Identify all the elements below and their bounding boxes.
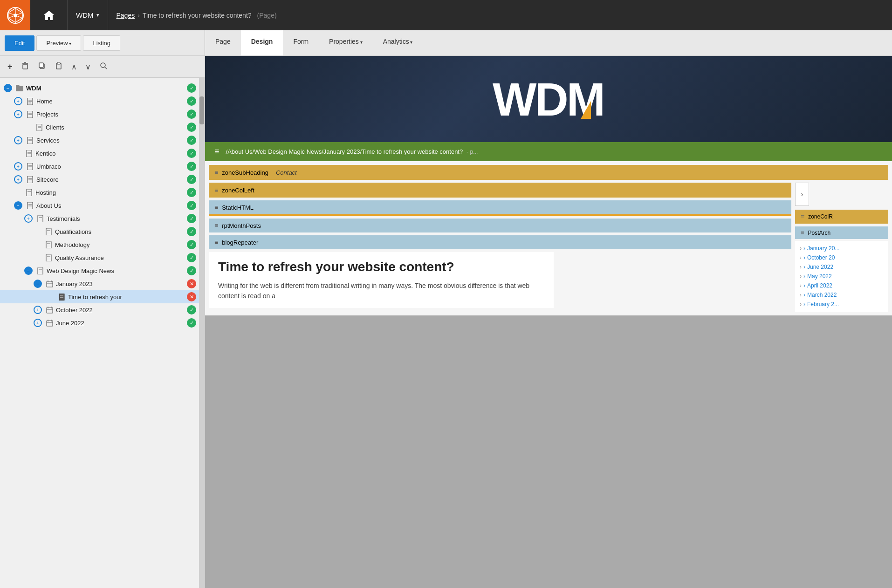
listing-tab[interactable]: Listing [83, 35, 120, 51]
breadcrumb-pages-link[interactable]: Pages [117, 12, 135, 19]
svg-line-13 [105, 67, 107, 69]
svg-rect-36 [27, 189, 32, 196]
rpt-month-handle: ≡ [214, 222, 218, 229]
static-html-label: StaticHTML [222, 204, 254, 211]
svg-rect-9 [39, 63, 43, 68]
tree-item-projects[interactable]: + Projects ✓ [0, 108, 199, 121]
status-services: ✓ [187, 136, 196, 145]
scroll-thumb[interactable] [199, 96, 204, 124]
tree-item-quality-assurance[interactable]: Quality Assurance ✓ [0, 251, 199, 264]
home-icon-area[interactable] [30, 0, 68, 30]
tree-label-methodology: Methodology [55, 241, 187, 248]
page-icon-clients [34, 123, 44, 132]
tree-label-kentico: Kentico [35, 150, 187, 157]
tree-toggle-home[interactable]: + [14, 97, 22, 105]
tree-toggle-jan-2023[interactable]: − [34, 280, 42, 288]
svg-rect-58 [47, 308, 53, 313]
page-icon-qualifications [44, 227, 53, 236]
tree-label-hosting: Hosting [35, 189, 187, 196]
status-qualifications: ✓ [187, 227, 196, 236]
tree-item-home[interactable]: + Home ✓ [0, 95, 199, 108]
tree-toggle-testimonials[interactable]: + [24, 214, 33, 223]
page-icon-about-us [25, 201, 34, 210]
tree-toggle-oct-2022[interactable]: + [34, 306, 42, 314]
tree-item-time-to-refresh[interactable]: Time to refresh your ✕ [0, 290, 199, 303]
search-button[interactable] [97, 61, 110, 73]
zone-col-right-handle: ≡ [801, 213, 804, 220]
tree-item-wdm[interactable]: − WDM ✓ [0, 82, 199, 95]
archive-item-may[interactable]: ›May 2022 [800, 272, 884, 281]
rpt-month-panel: ≡ rptMonthPosts [209, 219, 791, 232]
tree-label-qa: Quality Assurance [55, 254, 187, 261]
tree-label-jan-2023: January 2023 [56, 280, 187, 287]
tree-label-about-us: About Us [36, 202, 187, 209]
tree-item-clients[interactable]: Clients ✓ [0, 121, 199, 134]
tab-properties[interactable]: Properties [319, 30, 373, 55]
tree-item-kentico[interactable]: Kentico ✓ [0, 147, 199, 160]
tree-toggle-about-us[interactable]: − [14, 201, 22, 210]
add-button[interactable]: + [6, 61, 14, 73]
move-up-button[interactable]: ∧ [69, 62, 79, 72]
blog-repeater-panel: ≡ blogRepeater [209, 235, 791, 249]
tree-item-testimonials[interactable]: + Testimonials ✓ [0, 212, 199, 225]
tree-label-clients: Clients [46, 124, 187, 131]
page-icon-home [25, 96, 34, 106]
tree-toggle-wdm-news[interactable]: − [24, 267, 33, 275]
tab-page[interactable]: Page [205, 30, 241, 55]
tree-item-jun-2022[interactable]: + June 2022 ✓ [0, 316, 199, 329]
collapse-right-button[interactable]: › [795, 183, 809, 206]
status-about-us: ✓ [187, 201, 196, 210]
status-clients: ✓ [187, 123, 196, 132]
static-html-panel: ≡ StaticHTML [209, 200, 791, 216]
svg-rect-45 [46, 241, 51, 248]
tree-item-sitecore[interactable]: + Sitecore ✓ [0, 173, 199, 186]
tree-toggle-umbraco[interactable]: + [14, 162, 22, 171]
calendar-icon-jun [45, 318, 54, 328]
tree-toolbar: + ∧ ∨ [0, 56, 205, 78]
archive-item-mar[interactable]: ›March 2022 [800, 290, 884, 300]
tree-toggle-jun-2022[interactable]: + [34, 319, 42, 327]
tree-item-about-us[interactable]: − About Us ✓ [0, 199, 199, 212]
edit-tab[interactable]: Edit [5, 35, 34, 51]
archive-item-jan[interactable]: ›January 20... [800, 244, 884, 253]
tree-label-oct-2022: October 2022 [56, 307, 187, 314]
delete-button[interactable] [19, 61, 31, 73]
paste-button[interactable] [53, 61, 65, 73]
tree-item-wdm-news[interactable]: − Web Design Magic News ✓ [0, 264, 199, 277]
blog-content: Time to refresh your website content? Wr… [209, 252, 554, 308]
tree-toggle-projects[interactable]: + [14, 110, 22, 118]
site-selector[interactable]: WDM ▾ [68, 0, 108, 30]
tree-toggle-wdm[interactable]: − [4, 84, 12, 92]
tree-item-umbraco[interactable]: + Umbraco ✓ [0, 160, 199, 173]
status-time-to-refresh: ✕ [187, 292, 196, 301]
archive-item-oct[interactable]: ›October 20 [800, 253, 884, 262]
doc-selected-icon [57, 292, 66, 301]
move-down-button[interactable]: ∨ [83, 62, 93, 72]
tree-toggle-sitecore[interactable]: + [14, 175, 22, 184]
page-icon-kentico [24, 149, 34, 158]
tree-label-services: Services [36, 137, 187, 144]
tree-item-oct-2022[interactable]: + October 2022 ✓ [0, 303, 199, 316]
tree-item-qualifications[interactable]: Qualifications ✓ [0, 225, 199, 238]
zone-col-right-label: zoneColR [808, 213, 833, 220]
scrollbar[interactable] [199, 78, 205, 588]
copy-button[interactable] [36, 61, 48, 73]
status-jun-2022: ✓ [187, 318, 196, 328]
logo-area[interactable] [0, 0, 30, 30]
site-name: WDM [76, 11, 94, 19]
tab-form[interactable]: Form [283, 30, 319, 55]
tab-design[interactable]: Design [241, 30, 283, 55]
tab-analytics[interactable]: Analytics [373, 30, 423, 55]
tree-item-services[interactable]: + Services ✓ [0, 134, 199, 147]
status-jan-2023: ✕ [187, 279, 196, 288]
tree-item-hosting[interactable]: Hosting ✓ [0, 186, 199, 199]
tree-toggle-services[interactable]: + [14, 136, 22, 144]
tree-item-jan-2023[interactable]: − January 2023 ✕ [0, 277, 199, 290]
archive-item-apr[interactable]: ›April 2022 [800, 281, 884, 290]
preview-tab[interactable]: Preview [36, 35, 81, 51]
tree-item-methodology[interactable]: Methodology ✓ [0, 238, 199, 251]
breadcrumb-truncation: - p... [467, 149, 478, 155]
page-icon-projects [25, 109, 34, 119]
archive-item-feb[interactable]: ›February 2... [800, 300, 884, 309]
archive-item-jun[interactable]: ›June 2022 [800, 262, 884, 272]
